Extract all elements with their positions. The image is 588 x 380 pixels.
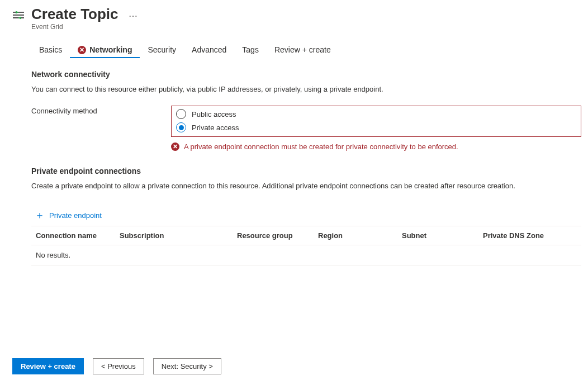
tab-advanced[interactable]: Advanced [184,42,234,58]
tab-security[interactable]: Security [140,42,184,58]
private-endpoint-table: Connection name Subscription Resource gr… [31,226,581,265]
tab-networking-label: Networking [89,45,132,54]
tab-networking[interactable]: ✕ Networking [70,42,140,58]
wizard-tabs: Basics ✕ Networking Security Advanced Ta… [31,42,581,58]
tab-basics[interactable]: Basics [31,42,70,58]
table-empty-row: No results. [31,245,581,265]
next-button[interactable]: Next: Security > [153,358,221,374]
previous-button[interactable]: < Previous [93,358,144,374]
network-connectivity-heading: Network connectivity [31,70,581,79]
private-endpoint-heading: Private endpoint connections [31,167,581,175]
add-private-endpoint-button[interactable]: ＋ Private endpoint [31,202,581,226]
radio-checked-icon [176,122,186,132]
add-private-endpoint-label: Private endpoint [49,211,102,220]
more-actions-button[interactable]: ⋯ [129,11,138,21]
error-icon: ✕ [171,142,179,151]
network-connectivity-desc: You can connect to this resource either … [31,84,581,94]
page-subtitle: Event Grid [31,23,138,31]
table-header: Connection name Subscription Resource gr… [31,226,581,245]
col-region[interactable]: Region [318,231,402,240]
col-private-dns-zone[interactable]: Private DNS Zone [483,231,577,240]
col-subscription[interactable]: Subscription [120,231,237,240]
radio-public-label: Public access [192,110,236,118]
radio-unchecked-icon [176,109,186,119]
page-title: Create Topic [31,6,118,23]
col-resource-group[interactable]: Resource group [237,231,318,240]
radio-public-access[interactable]: Public access [176,107,576,121]
tab-review[interactable]: Review + create [267,42,339,58]
review-create-button[interactable]: Review + create [12,358,84,374]
private-endpoint-desc: Create a private endpoint to allow a pri… [31,181,581,191]
radio-private-access[interactable]: Private access [176,121,576,134]
connectivity-method-label: Connectivity method [31,106,171,115]
col-connection-name[interactable]: Connection name [36,231,120,240]
wizard-footer: Review + create < Previous Next: Securit… [12,358,221,374]
error-icon: ✕ [78,46,86,54]
error-message: A private endpoint connection must be cr… [184,142,458,151]
tab-tags[interactable]: Tags [234,42,267,58]
validation-error: ✕ A private endpoint connection must be … [171,142,581,151]
svg-rect-1 [13,15,24,16]
svg-marker-3 [16,11,19,14]
connectivity-radio-group: Public access Private access [171,106,581,137]
radio-private-label: Private access [192,124,239,132]
plus-icon: ＋ [35,210,45,220]
col-subnet[interactable]: Subnet [402,231,483,240]
svg-marker-4 [18,17,21,20]
event-grid-icon [12,9,25,21]
